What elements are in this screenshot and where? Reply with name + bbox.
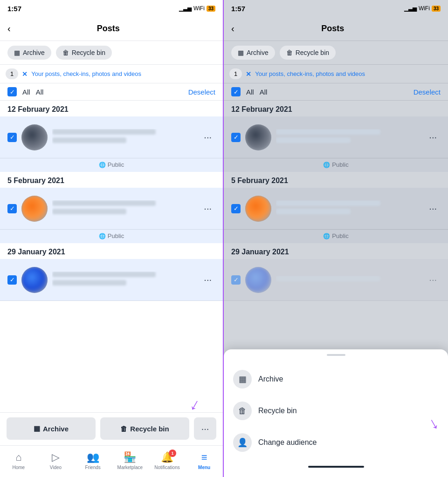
left-date-heading-2: 5 February 2021 <box>7 177 64 184</box>
right-post-more-3[interactable]: ··· <box>425 273 441 287</box>
left-action-archive-icon: ▦ <box>34 424 40 433</box>
left-date-heading-3: 29 January 2021 <box>7 248 65 256</box>
right-all-label1: All <box>246 88 254 96</box>
left-back-button[interactable]: ‹ <box>7 23 11 34</box>
sheet-archive-item[interactable]: ▦ Archive <box>224 363 448 395</box>
left-post-text-1b <box>52 137 126 143</box>
left-nav-menu[interactable]: ≡ Menu <box>190 451 218 470</box>
left-post-content-2 <box>52 200 200 217</box>
left-time: 1:57 <box>7 5 21 13</box>
right-signal-icon: ▁▃▅ <box>404 5 417 12</box>
right-public-label-1: Public <box>332 161 348 168</box>
notification-badge-count: 1 <box>169 450 176 457</box>
right-filter-count: 1 <box>234 70 237 77</box>
right-filter-text: Your posts, check-ins, photos and videos <box>255 70 365 77</box>
right-deselect-link[interactable]: Deselect <box>414 88 441 96</box>
left-all-label2: All <box>36 88 44 96</box>
left-nav-home[interactable]: ⌂ Home <box>5 451 33 470</box>
left-action-recycle-label: Recycle bin <box>130 425 169 433</box>
left-filter-pill[interactable]: 1 <box>6 68 18 79</box>
left-page-title: Posts <box>16 24 200 34</box>
right-post-text-3a <box>276 276 380 281</box>
right-post-checkbox-3[interactable]: ✓ <box>231 275 241 285</box>
left-public-row-1: 🌐 Public <box>0 158 223 172</box>
left-archive-button[interactable]: ▦ Archive <box>7 46 51 60</box>
sheet-recycle-label: Recycle bin <box>258 407 297 415</box>
left-filter-close[interactable]: ✕ <box>22 70 28 78</box>
left-public-label-1: Public <box>108 161 124 168</box>
right-post-more-2[interactable]: ··· <box>425 201 441 216</box>
sheet-archive-label: Archive <box>258 375 283 383</box>
left-recycle-button[interactable]: 🗑 Recycle bin <box>56 46 112 60</box>
right-all-checkbox[interactable]: ✓ <box>231 87 241 96</box>
right-bottom-sheet: ▦ Archive 🗑 Recycle bin 👤 Change audienc… <box>224 349 448 477</box>
left-post-item-3: ✓ ··· <box>0 259 223 301</box>
left-action-recycle-button[interactable]: 🗑 Recycle bin <box>100 417 189 440</box>
right-date-section-3: 29 January 2021 <box>224 243 448 259</box>
right-wifi-icon: WiFi <box>419 5 430 12</box>
right-post-text-1a <box>276 129 380 135</box>
left-avatar-img-3 <box>21 267 48 293</box>
right-filter-pill[interactable]: 1 <box>229 68 242 79</box>
left-nav-friends[interactable]: 👥 Friends <box>79 451 107 470</box>
left-recycle-icon: 🗑 <box>62 49 69 56</box>
right-post-avatar-1 <box>245 124 271 150</box>
sheet-audience-item[interactable]: 👤 Change audience <box>224 427 448 458</box>
right-public-label-2: Public <box>332 232 348 239</box>
left-action-recycle-icon: 🗑 <box>120 425 127 433</box>
right-back-button[interactable]: ‹ <box>231 23 234 34</box>
right-archive-button[interactable]: ▦ Archive <box>231 46 275 60</box>
left-post-text-2b <box>52 209 126 214</box>
left-deselect-link[interactable]: Deselect <box>188 88 215 96</box>
left-all-checkbox[interactable]: ✓ <box>7 87 17 96</box>
friends-icon: 👥 <box>87 451 99 463</box>
right-post-avatar-3 <box>245 267 271 293</box>
left-post-text-3a <box>52 272 156 277</box>
left-post-text-3b <box>52 280 126 286</box>
left-post-checkbox-3[interactable]: ✓ <box>7 275 17 285</box>
right-status-bar: 1:57 ▁▃▅ WiFi 33 <box>224 0 448 17</box>
right-public-row-1: 🌐 Public <box>224 158 448 172</box>
right-post-more-1[interactable]: ··· <box>425 130 441 144</box>
left-select-row: ✓ All All Deselect <box>0 83 223 101</box>
sheet-audience-label: Change audience <box>258 438 317 447</box>
right-post-checkbox-1[interactable]: ✓ <box>231 133 241 142</box>
right-panel: 1:57 ▁▃▅ WiFi 33 ‹ Posts ▦ Archive 🗑 Rec… <box>224 0 448 477</box>
right-date-heading-2: 5 February 2021 <box>231 177 288 184</box>
left-post-content-1 <box>52 129 200 146</box>
left-action-bar: ▦ Archive 🗑 Recycle bin ··· <box>0 412 223 444</box>
left-date-section-1: 12 February 2021 <box>0 101 223 116</box>
left-post-text-1a <box>52 129 156 135</box>
right-recycle-button[interactable]: 🗑 Recycle bin <box>280 46 336 60</box>
left-post-more-1[interactable]: ··· <box>200 130 215 144</box>
left-action-more-icon: ··· <box>201 423 209 434</box>
left-page-header: ‹ Posts <box>0 17 223 41</box>
right-filter-close[interactable]: ✕ <box>246 70 251 78</box>
home-icon: ⌂ <box>15 451 21 463</box>
left-nav-notifications[interactable]: 🔔 1 Notifications <box>153 451 181 470</box>
left-post-checkbox-2[interactable]: ✓ <box>7 204 17 213</box>
right-post-item-3: ✓ ··· <box>224 259 448 301</box>
left-post-more-3[interactable]: ··· <box>200 273 215 287</box>
right-public-row-2: 🌐 Public <box>224 230 448 243</box>
left-post-more-2[interactable]: ··· <box>200 201 215 216</box>
left-nav-video[interactable]: ▷ Video <box>41 451 69 470</box>
right-globe-icon-1: 🌐 <box>323 162 330 168</box>
left-public-label-2: Public <box>108 232 124 239</box>
left-nav-marketplace[interactable]: 🏪 Marketplace <box>116 451 144 470</box>
sheet-bottom-line <box>308 466 364 468</box>
left-post-checkbox-1[interactable]: ✓ <box>7 133 17 142</box>
right-page-title: Posts <box>240 24 426 34</box>
left-filter-count: 1 <box>10 70 14 77</box>
left-action-more-button[interactable]: ··· <box>194 417 216 440</box>
battery-badge: 33 <box>207 6 215 12</box>
right-post-text-2b <box>276 209 351 214</box>
video-icon: ▷ <box>52 451 60 463</box>
right-post-content-1 <box>276 129 425 146</box>
sheet-recycle-item[interactable]: 🗑 Recycle bin <box>224 395 448 427</box>
left-filter-text: Your posts, check-ins, photos and videos <box>31 70 141 77</box>
left-action-archive-button[interactable]: ▦ Archive <box>7 417 96 440</box>
right-post-checkbox-2[interactable]: ✓ <box>231 204 241 213</box>
left-nav-menu-label: Menu <box>198 465 210 470</box>
right-post-avatar-2 <box>245 196 271 222</box>
